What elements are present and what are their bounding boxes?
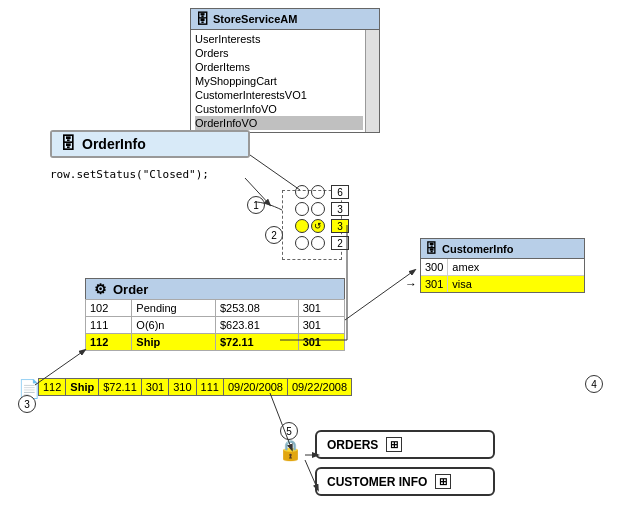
orderinfo-title: 🗄 OrderInfo [52, 132, 248, 156]
svg-line-4 [250, 155, 300, 190]
callout-3: 3 [18, 395, 36, 413]
list-item[interactable]: CustomerInterestsVO1 [195, 88, 363, 102]
mdr-cell-0: 112 [39, 379, 66, 395]
circle-2a[interactable] [295, 202, 309, 216]
ci-card-1: visa [448, 276, 476, 292]
mdr-cell-1: Ship [66, 379, 99, 395]
ci-id-0: 300 [421, 259, 448, 275]
code-text: row.setStatus("Closed"); [50, 168, 209, 181]
db-area: ORDERS ⊞ CUSTOMER INFO ⊞ [315, 430, 535, 496]
ord-amount-0: $253.08 [216, 300, 299, 317]
ord-status-1: O(6)n [132, 317, 216, 334]
customer-info-db-icon: ⊞ [435, 474, 451, 489]
orders-db-row: ORDERS ⊞ [317, 432, 493, 457]
ord-amount-2: $72.11 [216, 334, 299, 351]
circle-1a[interactable] [295, 185, 309, 199]
store-service-label: StoreServiceAM [213, 13, 297, 25]
ord-status-0: Pending [132, 300, 216, 317]
customerinfo-title: 🗄 CustomerInfo [421, 239, 584, 259]
num-box-3b: 3 [331, 219, 349, 233]
callout-4: 4 [585, 375, 603, 393]
code-line: row.setStatus("Closed"); [50, 168, 209, 181]
scrollbar[interactable] [365, 30, 379, 132]
list-item[interactable]: CustomerInfoVO [195, 102, 363, 116]
ord-num-2: 301 [298, 334, 344, 351]
order-row-0: 102 Pending $253.08 301 [86, 300, 345, 317]
circle-4a[interactable] [295, 236, 309, 250]
circle-number-area: 6 3 ↺ 3 2 [295, 185, 349, 250]
num-box-6: 6 [331, 185, 349, 199]
lock-icon: 🔒 [278, 438, 303, 462]
customerinfo-icon: 🗄 [425, 241, 438, 256]
circle-3a[interactable] [295, 219, 309, 233]
ord-id-0: 102 [86, 300, 132, 317]
order-row-2: 112 Ship $72.11 301 [86, 334, 345, 351]
list-item[interactable]: OrderInfoVO [195, 116, 363, 130]
orderinfo-label: OrderInfo [82, 136, 146, 152]
order-row-1: 111 O(6)n $623.81 301 [86, 317, 345, 334]
ord-amount-1: $623.81 [216, 317, 299, 334]
order-table: 102 Pending $253.08 301 111 O(6)n $623.8… [85, 299, 345, 351]
store-icon: 🗄 [195, 11, 209, 27]
list-item[interactable]: Orders [195, 46, 363, 60]
ord-status-2: Ship [132, 334, 216, 351]
circle-2b[interactable] [311, 202, 325, 216]
list-item[interactable]: MyShoppingCart [195, 74, 363, 88]
customerinfo-row-1: 301 visa [421, 276, 584, 292]
ord-id-2: 112 [86, 334, 132, 351]
circle-1b[interactable] [311, 185, 325, 199]
mdr-cell-2: $72.11 [99, 379, 142, 395]
ci-card-0: amex [448, 259, 483, 275]
store-service-box: 🗄 StoreServiceAM UserInterests Orders Or… [190, 8, 380, 133]
orderinfo-box: 🗄 OrderInfo [50, 130, 250, 158]
orders-label: ORDERS [327, 438, 378, 452]
order-box: ⚙ Order 102 Pending $253.08 301 111 O(6)… [85, 278, 345, 351]
ord-num-1: 301 [298, 317, 344, 334]
num-box-2: 2 [331, 236, 349, 250]
orderinfo-icon: 🗄 [60, 135, 76, 153]
callout-3-area: 3 [18, 395, 36, 413]
customer-info-db-shape: CUSTOMER INFO ⊞ [315, 467, 495, 496]
circle-3b[interactable]: ↺ [311, 219, 325, 233]
customerinfo-label: CustomerInfo [442, 243, 514, 255]
ci-id-1: 301 [421, 276, 448, 292]
callout-2-area: 2 [265, 226, 283, 244]
customer-info-db-row: CUSTOMER INFO ⊞ [317, 469, 493, 494]
mdr-cell-7: 09/22/2008 [288, 379, 351, 395]
mdr-cell-4: 310 [169, 379, 196, 395]
order-icon: ⚙ [94, 281, 107, 297]
callout-1-area: 1 [247, 196, 265, 214]
store-service-title: 🗄 StoreServiceAM [191, 9, 379, 30]
arrow-ci: → [405, 277, 417, 291]
list-item[interactable]: UserInterests [195, 32, 363, 46]
customerinfo-row-0: 300 amex [421, 259, 584, 276]
orders-db-icon: ⊞ [386, 437, 402, 452]
circle-4b[interactable] [311, 236, 325, 250]
ord-num-0: 301 [298, 300, 344, 317]
orders-db-shape: ORDERS ⊞ [315, 430, 495, 459]
main-data-row: 112 Ship $72.11 301 310 111 09/20/2008 0… [38, 378, 352, 396]
callout-2: 2 [265, 226, 283, 244]
customer-info-label: CUSTOMER INFO [327, 475, 427, 489]
mdr-cell-5: 111 [197, 379, 224, 395]
callout-1: 1 [247, 196, 265, 214]
callout-4-area: 4 [585, 375, 603, 393]
store-service-list: UserInterests Orders OrderItems MyShoppi… [191, 30, 379, 132]
order-label: Order [113, 282, 148, 297]
mdr-cell-3: 301 [142, 379, 169, 395]
num-box-3a: 3 [331, 202, 349, 216]
ord-id-1: 111 [86, 317, 132, 334]
customerinfo-box: 🗄 CustomerInfo 300 amex 301 visa [420, 238, 585, 293]
mdr-cell-6: 09/20/2008 [224, 379, 288, 395]
list-item[interactable]: OrderItems [195, 60, 363, 74]
order-title: ⚙ Order [85, 278, 345, 299]
